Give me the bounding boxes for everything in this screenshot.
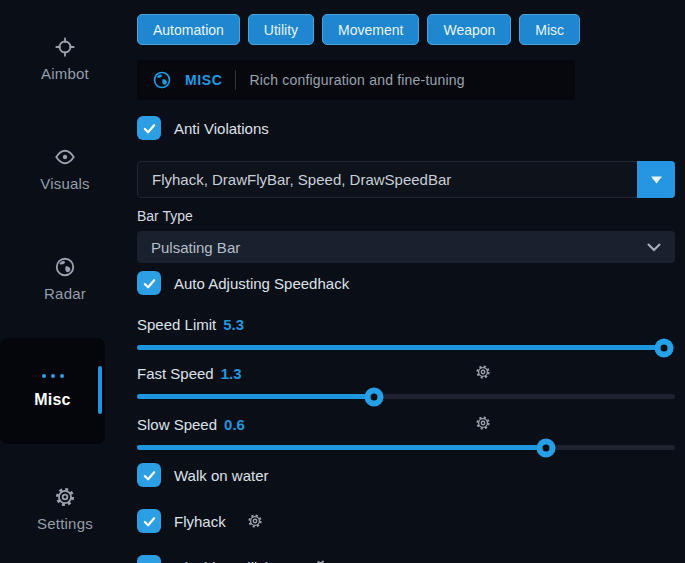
slider-label: Fast Speed [137,365,214,382]
fast-speed-label-row: Fast Speed 1.3 [137,364,675,382]
ellipsis-icon [42,374,64,378]
gear-icon[interactable] [313,559,329,563]
auto-adjust-label: Auto Adjusting Speedhack [174,275,349,292]
slow-speed-slider[interactable] [137,445,675,450]
speed-limit-slider[interactable] [137,345,675,350]
slider-fill [137,345,664,350]
slider-thumb[interactable] [364,387,383,406]
slider-value: 0.6 [224,416,245,433]
check-icon [143,122,156,135]
globe-icon [152,70,172,90]
sidebar-item-aimbot[interactable]: Aimbot [41,36,89,82]
chevron-down-icon [647,243,661,252]
globe-icon [54,256,76,278]
slider-fill [137,445,546,450]
bar-type-select[interactable]: Pulsating Bar [137,231,675,263]
sidebar-item-label: Aimbot [41,65,89,82]
tab-weapon[interactable]: Weapon [427,14,511,45]
walk-on-water-row: Walk on water [137,463,675,487]
tab-bar: Automation Utility Movement Weapon Misc [137,14,675,45]
tab-movement[interactable]: Movement [322,14,419,45]
slider-label: Speed Limit [137,316,216,333]
sidebar-item-settings[interactable]: Settings [37,486,93,532]
bar-flags-multiselect[interactable]: Flyhack, DrawFlyBar, Speed, DrawSpeedBar [137,161,675,198]
slider-fill [137,394,374,399]
multiselect-value: Flyhack, DrawFlyBar, Speed, DrawSpeedBar [152,171,451,188]
gear-icon[interactable] [247,513,263,529]
disable-collisions-checkbox[interactable] [137,555,161,563]
auto-adjust-row: Auto Adjusting Speedhack [137,271,675,295]
sidebar-item-label: Radar [44,285,86,302]
check-icon [143,469,156,482]
tab-automation[interactable]: Automation [137,14,240,45]
content-panel: Automation Utility Movement Weapon Misc … [130,0,685,563]
disable-collisions-label: Disable Collisions [174,559,292,563]
sidebar: Aimbot Visuals Radar Misc [0,0,130,563]
fast-speed-slider[interactable] [137,394,675,399]
divider [235,70,236,90]
walk-on-water-label: Walk on water [174,467,268,484]
flyhack-label: Flyhack [174,513,226,530]
section-subtitle: Rich configuration and fine-tuning [249,72,464,88]
bar-type-label: Bar Type [137,208,675,224]
slider-thumb[interactable] [536,438,555,457]
dropdown-open-button[interactable] [637,161,675,198]
slow-speed-label-row: Slow Speed 0.6 [137,415,675,433]
gear-icon[interactable] [475,364,491,380]
flyhack-row: Flyhack [137,509,675,533]
anti-violations-label: Anti Violations [174,120,269,137]
gear-icon [54,486,76,508]
tab-utility[interactable]: Utility [248,14,314,45]
check-icon [143,515,156,528]
slider-label: Slow Speed [137,416,217,433]
sidebar-item-visuals[interactable]: Visuals [40,146,89,192]
section-title: MISC [185,72,222,88]
eye-icon [54,146,76,168]
sidebar-item-label: Misc [34,391,70,409]
check-icon [143,277,156,290]
active-indicator [98,366,102,414]
sidebar-item-radar[interactable]: Radar [44,256,86,302]
gear-icon[interactable] [475,415,491,431]
walk-on-water-checkbox[interactable] [137,463,161,487]
sidebar-item-misc[interactable]: Misc [0,338,105,444]
tab-misc[interactable]: Misc [519,14,580,45]
auto-adjust-checkbox[interactable] [137,271,161,295]
crosshair-icon [54,36,76,58]
disable-collisions-row: Disable Collisions [137,555,675,563]
speed-limit-label-row: Speed Limit 5.3 [137,315,675,333]
slider-value: 1.3 [221,365,242,382]
sidebar-item-label: Visuals [40,175,89,192]
triangle-down-icon [651,176,662,184]
section-header: MISC Rich configuration and fine-tuning [137,60,575,100]
slider-value: 5.3 [223,316,244,333]
flyhack-checkbox[interactable] [137,509,161,533]
anti-violations-checkbox[interactable] [137,116,161,140]
anti-violations-row: Anti Violations [137,116,675,140]
select-value: Pulsating Bar [151,239,240,256]
slider-thumb[interactable] [655,338,674,357]
sidebar-item-label: Settings [37,515,93,532]
